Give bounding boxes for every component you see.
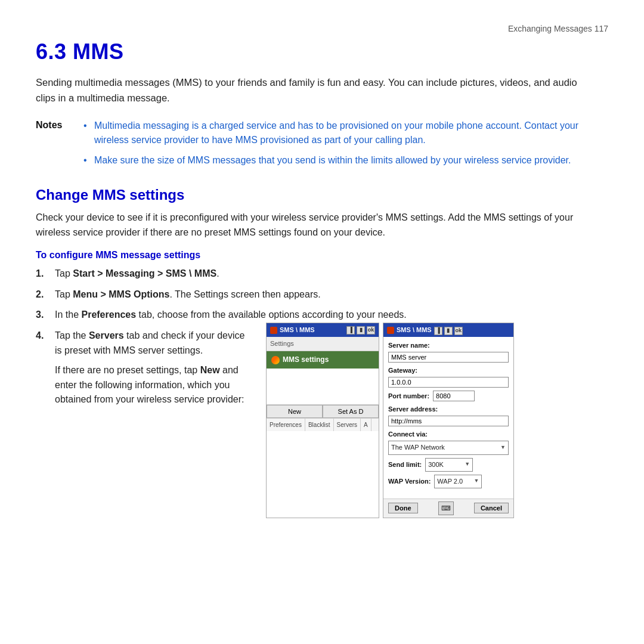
left-title-bar: SMS \ MMS ▐ ▮ ok bbox=[267, 323, 379, 337]
mms-dot-icon bbox=[271, 356, 280, 364]
step-2-bold: Menu > MMS Options bbox=[73, 289, 169, 299]
server-name-row: Server name: bbox=[388, 340, 509, 363]
step-2-text: Tap Menu > MMS Options. The Settings scr… bbox=[55, 289, 321, 299]
bottom-buttons: New Set As D bbox=[267, 404, 379, 418]
tab-servers[interactable]: Servers bbox=[334, 419, 361, 432]
steps-list: 1. Tap Start > Messaging > SMS \ MMS. 2.… bbox=[36, 267, 590, 518]
form-body: Server name: Gateway: Port number: bbox=[383, 337, 513, 494]
right-title-bar: SMS \ MMS ▐ ▮ ok bbox=[383, 323, 513, 337]
left-panel-title: SMS \ MMS bbox=[280, 325, 315, 335]
step-3-text: In the Preferences tab, choose from the … bbox=[55, 309, 407, 320]
battery-icon: ▮ bbox=[357, 326, 365, 335]
step-1-text: Tap Start > Messaging > SMS \ MMS. bbox=[55, 268, 219, 278]
step-1-num: 1. bbox=[36, 267, 44, 281]
page-header: Exchanging Messages 117 bbox=[36, 24, 608, 33]
wap-version-select[interactable]: WAP 2.0 ▼ bbox=[434, 475, 482, 488]
send-limit-label: Send limit: bbox=[388, 460, 422, 470]
keyboard-icon: ⌨ bbox=[438, 501, 454, 515]
windows-icon bbox=[270, 327, 277, 334]
gateway-label: Gateway: bbox=[388, 366, 509, 376]
tab-a[interactable]: A bbox=[361, 419, 371, 432]
battery-icon-right: ▮ bbox=[444, 327, 453, 335]
done-button[interactable]: Done bbox=[388, 503, 418, 513]
server-name-label: Server name: bbox=[388, 340, 509, 351]
gateway-input[interactable] bbox=[388, 377, 509, 388]
tab-blacklist[interactable]: Blacklist bbox=[305, 419, 334, 432]
mms-item-label: MMS settings bbox=[283, 354, 329, 366]
step-3: 3. In the Preferences tab, choose from t… bbox=[36, 308, 590, 323]
ok-icon-right: ok bbox=[454, 327, 463, 335]
step4-text: Tap the Servers tab and check if your de… bbox=[55, 329, 252, 412]
signal-icon-right: ▐ bbox=[434, 327, 442, 335]
title-bar-right: ▐ ▮ ok bbox=[346, 326, 375, 335]
mms-item[interactable]: MMS settings bbox=[267, 351, 379, 369]
connect-via-row: Connect via: The WAP Network ▼ bbox=[388, 429, 509, 454]
port-row: Port number: bbox=[388, 391, 509, 401]
port-label: Port number: bbox=[388, 391, 429, 401]
sms-panel-left: SMS \ MMS ▐ ▮ ok Settings M bbox=[266, 323, 379, 518]
tab-preferences[interactable]: Preferences bbox=[267, 419, 305, 432]
set-as-d-button[interactable]: Set As D bbox=[323, 405, 379, 418]
configure-title: To configure MMS message settings bbox=[36, 250, 608, 261]
server-address-label: Server address: bbox=[388, 404, 509, 414]
step-2: 2. Tap Menu > MMS Options. The Settings … bbox=[36, 287, 590, 302]
step4-para1: Tap the Servers tab and check if your de… bbox=[55, 329, 252, 358]
notes-label: Notes bbox=[36, 119, 83, 131]
settings-label: Settings bbox=[270, 340, 294, 347]
windows-icon-right bbox=[387, 327, 394, 334]
page-info: Exchanging Messages 117 bbox=[508, 24, 608, 33]
wap-version-label: WAP Version: bbox=[388, 476, 431, 487]
connect-via-label: Connect via: bbox=[388, 429, 509, 439]
step4-container: Tap the Servers tab and check if your de… bbox=[55, 329, 590, 518]
right-panel-title: SMS \ MMS bbox=[397, 325, 432, 335]
sms-panel-right: SMS \ MMS ▐ ▮ ok Server name: bbox=[383, 323, 514, 518]
signal-icon: ▐ bbox=[346, 326, 355, 335]
cancel-button[interactable]: Cancel bbox=[474, 503, 509, 513]
step-1-bold: Start > Messaging > SMS \ MMS bbox=[73, 268, 216, 278]
new-button[interactable]: New bbox=[267, 405, 323, 418]
step4-bold2: New bbox=[200, 365, 220, 375]
step-3-bold: Preferences bbox=[81, 309, 136, 320]
gateway-row: Gateway: bbox=[388, 366, 509, 388]
step-3-num: 3. bbox=[36, 308, 44, 323]
server-address-row: Server address: bbox=[388, 404, 509, 426]
ok-icon: ok bbox=[367, 326, 375, 335]
connect-via-select[interactable]: The WAP Network ▼ bbox=[388, 441, 509, 454]
chevron-down-icon: ▼ bbox=[500, 444, 506, 452]
page: Exchanging Messages 117 6.3 MMS Sending … bbox=[0, 0, 644, 644]
server-name-input[interactable] bbox=[388, 352, 509, 363]
step4-bold1: Servers bbox=[89, 330, 124, 340]
tab-bar: Preferences Blacklist Servers A bbox=[267, 418, 379, 432]
send-limit-select[interactable]: 300K ▼ bbox=[425, 458, 473, 472]
server-address-input[interactable] bbox=[388, 416, 509, 426]
wap-version-chevron-icon: ▼ bbox=[473, 477, 479, 485]
subsection-title: Change MMS settings bbox=[36, 187, 608, 203]
notes-list: Multimedia messaging is a charged servic… bbox=[83, 119, 596, 174]
connect-via-value: The WAP Network bbox=[391, 442, 445, 453]
note-item-2: Make sure the size of MMS messages that … bbox=[83, 153, 596, 168]
step-4: 4. Tap the Servers tab and check if your… bbox=[36, 329, 590, 518]
step-2-num: 2. bbox=[36, 287, 44, 302]
section-title: 6.3 MMS bbox=[36, 39, 608, 64]
intro-text: Sending multimedia messages (MMS) to you… bbox=[36, 75, 584, 106]
settings-bar: Settings bbox=[267, 337, 379, 351]
port-input[interactable] bbox=[433, 391, 475, 401]
wap-version-value: WAP 2.0 bbox=[437, 476, 463, 487]
send-limit-chevron-icon: ▼ bbox=[465, 460, 470, 469]
wap-version-row: WAP Version: WAP 2.0 ▼ bbox=[388, 475, 509, 488]
step-1: 1. Tap Start > Messaging > SMS \ MMS. bbox=[36, 267, 590, 281]
step-4-num: 4. bbox=[36, 329, 44, 343]
note-item-1: Multimedia messaging is a charged servic… bbox=[83, 119, 596, 147]
subsection-body: Check your device to see if it is precon… bbox=[36, 210, 590, 240]
right-bottom-bar: Done ⌨ Cancel bbox=[383, 499, 513, 518]
screenshot-area: SMS \ MMS ▐ ▮ ok Settings M bbox=[266, 323, 516, 518]
send-limit-row: Send limit: 300K ▼ bbox=[388, 458, 509, 472]
step4-para2: If there are no preset settings, tap New… bbox=[55, 363, 252, 407]
send-limit-value: 300K bbox=[428, 460, 444, 470]
right-title-bar-icons: ▐ ▮ ok bbox=[434, 325, 463, 335]
notes-section: Notes Multimedia messaging is a charged … bbox=[36, 119, 596, 174]
